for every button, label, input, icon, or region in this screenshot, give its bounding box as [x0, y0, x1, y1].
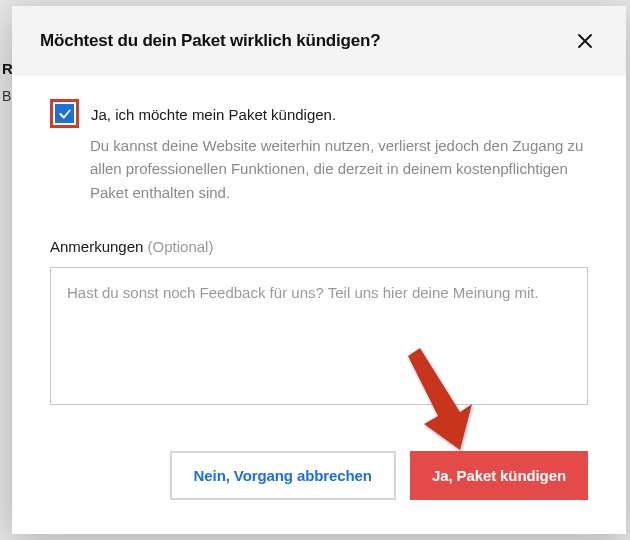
modal-title: Möchtest du dein Paket wirklich kündigen…: [40, 31, 380, 51]
comments-label-text: Anmerkungen: [50, 238, 143, 255]
background-text: B: [2, 88, 11, 104]
modal-footer: Nein, Vorgang abbrechen Ja, Paket kündig…: [12, 439, 626, 534]
comments-label: Anmerkungen (Optional): [50, 238, 588, 255]
modal-header: Möchtest du dein Paket wirklich kündigen…: [12, 6, 626, 76]
confirm-help-text: Du kannst deine Website weiterhin nutzen…: [90, 134, 588, 204]
annotation-highlight: [50, 99, 79, 128]
checkmark-icon: [58, 107, 72, 121]
close-button[interactable]: [572, 28, 598, 54]
cancel-package-modal: Möchtest du dein Paket wirklich kündigen…: [12, 6, 626, 534]
confirm-button[interactable]: Ja, Paket kündigen: [410, 451, 588, 500]
confirm-checkbox[interactable]: [55, 104, 74, 123]
comments-optional-text: (Optional): [148, 238, 214, 255]
cancel-button[interactable]: Nein, Vorgang abbrechen: [170, 451, 396, 500]
modal-body: Ja, ich möchte mein Paket kündigen. Du k…: [12, 76, 626, 439]
comments-textarea[interactable]: [50, 267, 588, 405]
close-icon: [576, 32, 594, 50]
confirm-checkbox-row: Ja, ich möchte mein Paket kündigen.: [50, 102, 588, 128]
confirm-checkbox-label[interactable]: Ja, ich möchte mein Paket kündigen.: [91, 102, 336, 127]
